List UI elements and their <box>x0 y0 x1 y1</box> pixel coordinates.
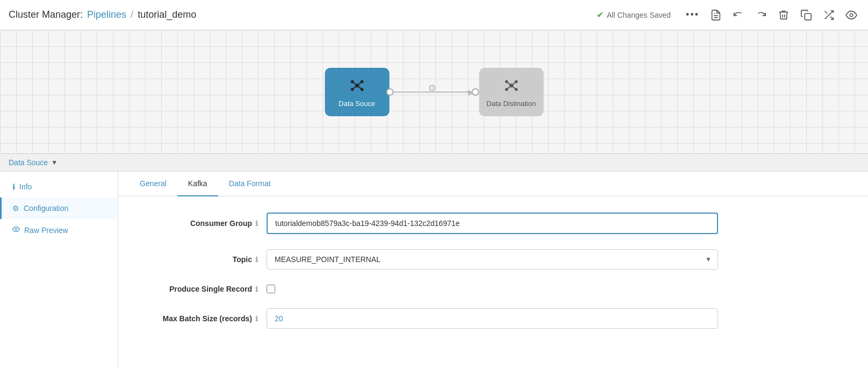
redo-icon <box>755 9 767 21</box>
save-status: ✔ All Changes Saved <box>597 10 671 20</box>
panel-dropdown-arrow[interactable]: ▼ <box>51 159 58 166</box>
pipeline-name: tutorial_demo <box>138 9 196 20</box>
source-output-port[interactable] <box>386 88 393 96</box>
eye-icon <box>845 9 857 21</box>
svg-rect-2 <box>805 13 811 20</box>
undo-icon <box>733 9 744 21</box>
pipeline-canvas[interactable]: Data Souce ⚙ ▶ <box>0 30 868 154</box>
source-node-label: Data Souce <box>339 100 375 108</box>
copy-icon <box>800 9 812 21</box>
info-icon: ℹ <box>12 182 15 191</box>
shuffle-icon <box>823 9 835 21</box>
max-batch-size-info-icon[interactable]: ℹ <box>255 315 258 323</box>
svg-line-14 <box>352 86 357 89</box>
consumer-group-input-wrapper <box>267 213 718 234</box>
kafka-form: Consumer Group ℹ Topic ℹ MEASU <box>118 196 868 360</box>
dest-input-port[interactable] <box>471 88 479 96</box>
status-text: All Changes Saved <box>607 11 671 19</box>
consumer-group-row: Consumer Group ℹ <box>140 213 847 234</box>
tab-general[interactable]: General <box>129 172 177 196</box>
node-label-bar: Data Souce ▼ <box>0 154 868 172</box>
sidebar-item-configuration-label: Configuration <box>24 204 68 213</box>
panel-node-label[interactable]: Data Souce <box>9 158 48 167</box>
shuffle-button[interactable] <box>821 7 837 23</box>
tab-general-label: General <box>140 179 167 188</box>
tabs-bar: General Kafka Data Format <box>118 172 868 196</box>
tab-kafka[interactable]: Kafka <box>177 172 218 196</box>
produce-single-record-label: Produce Single Record ℹ <box>140 285 258 293</box>
max-batch-size-row: Max Batch Size (records) ℹ <box>140 308 847 329</box>
bottom-panel: Data Souce ▼ ℹ Info ⚙ Configuration <box>0 154 868 366</box>
max-batch-size-input[interactable] <box>267 308 718 329</box>
connector-gear-icon: ⚙ <box>428 82 436 94</box>
undo-button[interactable] <box>730 7 747 23</box>
redo-button[interactable] <box>753 7 769 23</box>
source-node[interactable]: Data Souce <box>325 68 389 116</box>
consumer-group-input[interactable] <box>267 213 718 234</box>
topic-row: Topic ℹ MEASURE_POINT_INTERNAL ▼ <box>140 249 847 270</box>
svg-point-6 <box>850 13 853 17</box>
topic-label: Topic ℹ <box>140 255 258 264</box>
svg-line-24 <box>511 86 516 89</box>
dest-node-label: Data Distination <box>486 100 536 108</box>
app-title: Cluster Manager: <box>9 9 83 20</box>
svg-line-21 <box>506 82 511 86</box>
delete-button[interactable] <box>776 7 792 23</box>
connector: ⚙ ▶ <box>389 84 475 100</box>
sidebar-item-raw-preview-label: Raw Preview <box>24 226 68 235</box>
max-batch-size-label: Max Batch Size (records) ℹ <box>140 314 258 323</box>
produce-single-record-info-icon[interactable]: ℹ <box>255 285 258 293</box>
topic-select-wrapper: MEASURE_POINT_INTERNAL ▼ <box>267 249 718 270</box>
main-content: General Kafka Data Format Consumer Group… <box>118 172 868 366</box>
sidebar-item-configuration[interactable]: ⚙ Configuration <box>0 197 118 219</box>
sidebar-item-info-label: Info <box>19 182 32 191</box>
svg-line-13 <box>357 82 362 86</box>
copy-button[interactable] <box>798 7 814 23</box>
sidebar: ℹ Info ⚙ Configuration Raw Preview <box>0 172 118 366</box>
produce-single-record-row: Produce Single Record ℹ <box>140 285 847 293</box>
doc-icon <box>710 9 722 21</box>
gear-icon: ⚙ <box>12 204 19 213</box>
svg-line-15 <box>357 86 362 89</box>
header: Cluster Manager: Pipelines / tutorial_de… <box>0 0 868 30</box>
tab-data-format-label: Data Format <box>229 179 271 188</box>
source-node-icon <box>347 76 367 95</box>
dest-node-icon <box>501 76 521 95</box>
preview-button[interactable] <box>843 7 859 23</box>
produce-single-record-checkbox[interactable] <box>267 285 275 293</box>
node-container: Data Souce ⚙ ▶ <box>325 68 543 116</box>
breadcrumb-separator: / <box>131 9 133 20</box>
consumer-group-label: Consumer Group ℹ <box>140 219 258 228</box>
svg-line-22 <box>511 82 516 86</box>
sidebar-item-info[interactable]: ℹ Info <box>0 176 118 197</box>
svg-point-25 <box>15 228 17 230</box>
trash-icon <box>778 9 790 21</box>
doc-button[interactable] <box>708 7 724 23</box>
sidebar-item-raw-preview[interactable]: Raw Preview <box>0 219 118 241</box>
content-area: ℹ Info ⚙ Configuration Raw Preview <box>0 172 868 366</box>
topic-info-icon[interactable]: ℹ <box>255 256 258 264</box>
tab-kafka-label: Kafka <box>188 179 207 188</box>
tab-data-format[interactable]: Data Format <box>218 172 282 196</box>
svg-line-23 <box>506 86 511 89</box>
more-options-button[interactable]: ••• <box>684 7 701 23</box>
svg-line-5 <box>825 11 828 13</box>
toolbar-actions: ••• <box>684 7 859 23</box>
dest-node[interactable]: Data Distination <box>479 68 543 116</box>
topic-select[interactable]: MEASURE_POINT_INTERNAL <box>267 249 718 270</box>
eye-sidebar-icon <box>12 225 20 235</box>
check-circle-icon: ✔ <box>597 10 604 20</box>
consumer-group-info-icon[interactable]: ℹ <box>255 220 258 228</box>
svg-line-12 <box>352 82 357 86</box>
pipelines-link[interactable]: Pipelines <box>87 9 126 20</box>
